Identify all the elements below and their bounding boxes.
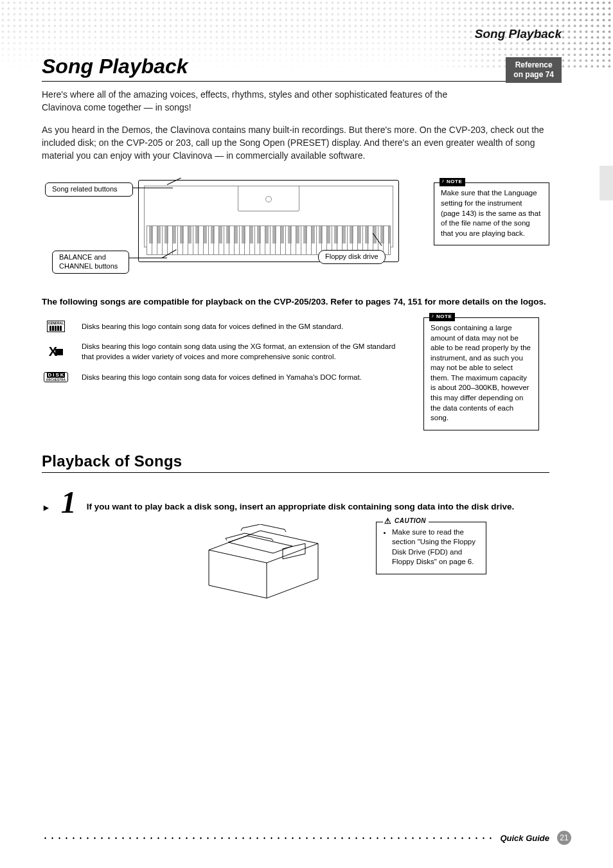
logo-desc: Disks bearing this logo contain song dat…	[82, 322, 343, 332]
reference-line2: on page 74	[513, 70, 554, 80]
note-text: Songs containing a large amount of data …	[431, 323, 532, 423]
callout-balance-buttons: BALANCE and CHANNEL buttons	[52, 251, 129, 274]
step-arrow-icon: ►	[42, 502, 51, 513]
logo-row-doc: DISKORCHESTRA Disks bearing this logo co…	[42, 368, 399, 386]
gm-logo-icon: GENERAL	[42, 317, 70, 335]
step-text: If you want to play back a disk song, in…	[87, 501, 537, 513]
caution-item: Make sure to read the section "Using the…	[392, 527, 479, 567]
intro-paragraph-1: Here's where all of the amazing voices, …	[42, 88, 453, 114]
note-label: NOTE	[440, 178, 465, 186]
step-1-row: ► 1 If you want to play back a disk song…	[42, 490, 556, 518]
caution-label: CAUTION	[383, 517, 429, 526]
xg-logo-icon: X	[42, 343, 70, 361]
page-title: Song Playback	[42, 55, 549, 82]
panel-knob	[265, 196, 272, 202]
logo-desc: Disks bearing this logo contain song dat…	[82, 342, 399, 362]
callout-song-buttons: Song related buttons	[45, 182, 133, 197]
footer-guide-label: Quick Guide	[500, 833, 549, 843]
page-footer: Quick Guide 21	[0, 831, 613, 845]
callout-floppy-drive: Floppy disk drive	[318, 250, 386, 264]
note-box-capacity: NOTE Songs containing a large amount of …	[423, 317, 539, 430]
caution-box: CAUTION Make sure to read the section "U…	[376, 522, 486, 574]
floppy-insert-illustration	[202, 524, 331, 601]
playback-subtitle: Playback of Songs	[42, 452, 549, 473]
note-label: NOTE	[429, 313, 455, 321]
doc-logo-icon: DISKORCHESTRA	[42, 368, 70, 386]
header-section-title: Song Playback	[475, 27, 562, 41]
logo-row-xg: X Disks bearing this logo contain song d…	[42, 342, 399, 362]
intro-paragraph-2: As you heard in the Demos, the Clavinova…	[42, 123, 556, 163]
note-text: Make sure that the Language setting for …	[441, 188, 542, 238]
compat-intro: The following songs are compatible for p…	[42, 296, 556, 308]
logo-row-gm: GENERAL Disks bearing this logo contain …	[42, 317, 399, 335]
note-box-language: NOTE Make sure that the Language setting…	[434, 182, 549, 245]
reference-line1: Reference	[513, 60, 554, 70]
footer-page-number: 21	[557, 831, 571, 845]
leader-line	[129, 258, 167, 258]
logo-list: GENERAL Disks bearing this logo contain …	[42, 317, 399, 386]
callout-balance-line2: CHANNEL buttons	[59, 262, 118, 270]
panel-diagram: Song related buttons BALANCE and CHANNEL…	[42, 173, 408, 273]
logo-desc: Disks bearing this logo contain song dat…	[82, 373, 362, 383]
step-number: 1	[61, 487, 76, 518]
callout-balance-line1: BALANCE and	[59, 253, 106, 261]
footer-dot-leader	[42, 837, 495, 839]
reference-box: Reference on page 74	[506, 57, 562, 83]
leader-line	[133, 188, 173, 188]
